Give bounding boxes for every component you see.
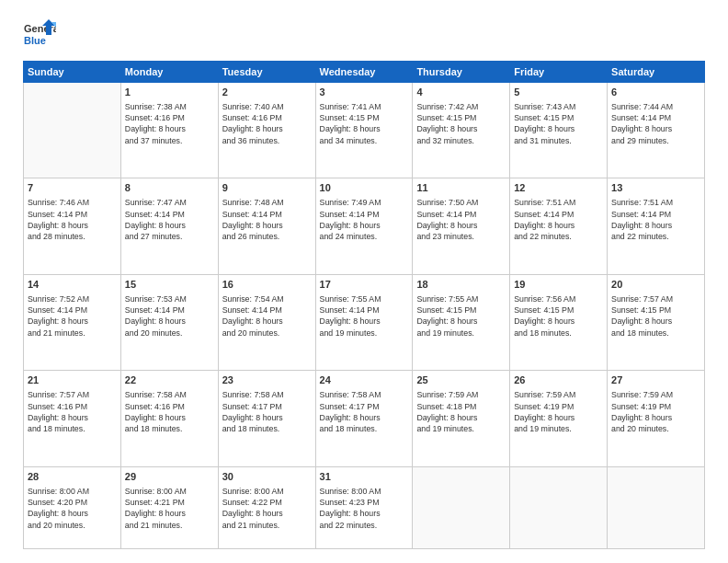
- day-info: Sunrise: 7:38 AM Sunset: 4:16 PM Dayligh…: [125, 101, 214, 146]
- table-row: 8Sunrise: 7:47 AM Sunset: 4:14 PM Daylig…: [120, 178, 218, 274]
- col-monday: Monday: [120, 62, 218, 83]
- day-info: Sunrise: 7:58 AM Sunset: 4:16 PM Dayligh…: [125, 389, 214, 434]
- col-friday: Friday: [510, 62, 608, 83]
- table-row: [608, 466, 705, 548]
- day-number: 9: [222, 181, 312, 195]
- table-row: 13Sunrise: 7:51 AM Sunset: 4:14 PM Dayli…: [608, 178, 705, 274]
- day-number: 2: [222, 86, 312, 99]
- day-number: 11: [416, 181, 506, 195]
- calendar-table: Sunday Monday Tuesday Wednesday Thursday…: [23, 61, 705, 549]
- svg-text:Blue: Blue: [24, 35, 46, 46]
- calendar-header-row: Sunday Monday Tuesday Wednesday Thursday…: [24, 62, 705, 83]
- table-row: 25Sunrise: 7:59 AM Sunset: 4:18 PM Dayli…: [413, 371, 510, 466]
- col-saturday: Saturday: [608, 62, 705, 83]
- day-info: Sunrise: 7:44 AM Sunset: 4:14 PM Dayligh…: [611, 101, 700, 146]
- day-number: 23: [222, 373, 312, 387]
- day-info: Sunrise: 7:43 AM Sunset: 4:15 PM Dayligh…: [514, 101, 603, 146]
- table-row: 23Sunrise: 7:58 AM Sunset: 4:17 PM Dayli…: [218, 371, 315, 466]
- table-row: [510, 466, 608, 548]
- table-row: 22Sunrise: 7:58 AM Sunset: 4:16 PM Dayli…: [120, 371, 218, 466]
- calendar-week-row: 14Sunrise: 7:52 AM Sunset: 4:14 PM Dayli…: [24, 274, 705, 370]
- day-number: 17: [320, 278, 409, 292]
- table-row: 5Sunrise: 7:43 AM Sunset: 4:15 PM Daylig…: [510, 83, 608, 178]
- day-number: 13: [611, 181, 700, 195]
- day-info: Sunrise: 7:55 AM Sunset: 4:14 PM Dayligh…: [320, 293, 409, 339]
- day-info: Sunrise: 7:50 AM Sunset: 4:14 PM Dayligh…: [416, 197, 506, 242]
- day-info: Sunrise: 7:41 AM Sunset: 4:15 PM Dayligh…: [320, 101, 409, 146]
- day-number: 25: [416, 373, 506, 387]
- day-info: Sunrise: 8:00 AM Sunset: 4:21 PM Dayligh…: [125, 486, 214, 531]
- col-sunday: Sunday: [24, 62, 121, 83]
- day-info: Sunrise: 7:58 AM Sunset: 4:17 PM Dayligh…: [320, 389, 409, 434]
- col-tuesday: Tuesday: [218, 62, 315, 83]
- day-info: Sunrise: 7:49 AM Sunset: 4:14 PM Dayligh…: [320, 197, 409, 242]
- day-number: 19: [514, 278, 603, 292]
- day-number: 31: [320, 470, 409, 484]
- day-number: 10: [320, 181, 409, 195]
- col-thursday: Thursday: [413, 62, 510, 83]
- day-number: 30: [222, 470, 312, 484]
- logo: General Blue: [23, 18, 56, 52]
- table-row: 15Sunrise: 7:53 AM Sunset: 4:14 PM Dayli…: [120, 274, 218, 370]
- table-row: 9Sunrise: 7:48 AM Sunset: 4:14 PM Daylig…: [218, 178, 315, 274]
- table-row: 11Sunrise: 7:50 AM Sunset: 4:14 PM Dayli…: [413, 178, 510, 274]
- table-row: 1Sunrise: 7:38 AM Sunset: 4:16 PM Daylig…: [120, 83, 218, 178]
- day-number: 8: [125, 181, 214, 195]
- table-row: 21Sunrise: 7:57 AM Sunset: 4:16 PM Dayli…: [24, 371, 121, 466]
- table-row: 27Sunrise: 7:59 AM Sunset: 4:19 PM Dayli…: [608, 371, 705, 466]
- day-number: 1: [125, 86, 214, 99]
- day-number: 7: [28, 181, 117, 195]
- day-info: Sunrise: 7:55 AM Sunset: 4:15 PM Dayligh…: [416, 293, 506, 339]
- table-row: 10Sunrise: 7:49 AM Sunset: 4:14 PM Dayli…: [315, 178, 413, 274]
- table-row: 30Sunrise: 8:00 AM Sunset: 4:22 PM Dayli…: [218, 466, 315, 548]
- day-info: Sunrise: 8:00 AM Sunset: 4:20 PM Dayligh…: [28, 486, 117, 531]
- day-info: Sunrise: 7:40 AM Sunset: 4:16 PM Dayligh…: [222, 101, 312, 146]
- table-row: 19Sunrise: 7:56 AM Sunset: 4:15 PM Dayli…: [510, 274, 608, 370]
- table-row: 12Sunrise: 7:51 AM Sunset: 4:14 PM Dayli…: [510, 178, 608, 274]
- day-info: Sunrise: 7:46 AM Sunset: 4:14 PM Dayligh…: [28, 197, 117, 242]
- table-row: 28Sunrise: 8:00 AM Sunset: 4:20 PM Dayli…: [24, 466, 121, 548]
- table-row: 4Sunrise: 7:42 AM Sunset: 4:15 PM Daylig…: [413, 83, 510, 178]
- table-row: 18Sunrise: 7:55 AM Sunset: 4:15 PM Dayli…: [413, 274, 510, 370]
- day-info: Sunrise: 7:53 AM Sunset: 4:14 PM Dayligh…: [125, 293, 214, 339]
- day-info: Sunrise: 7:47 AM Sunset: 4:14 PM Dayligh…: [125, 197, 214, 242]
- table-row: 26Sunrise: 7:59 AM Sunset: 4:19 PM Dayli…: [510, 371, 608, 466]
- table-row: 14Sunrise: 7:52 AM Sunset: 4:14 PM Dayli…: [24, 274, 121, 370]
- day-info: Sunrise: 7:59 AM Sunset: 4:18 PM Dayligh…: [416, 389, 506, 434]
- day-number: 22: [125, 373, 214, 387]
- day-info: Sunrise: 7:58 AM Sunset: 4:17 PM Dayligh…: [222, 389, 312, 434]
- day-number: 24: [320, 373, 409, 387]
- day-info: Sunrise: 7:56 AM Sunset: 4:15 PM Dayligh…: [514, 293, 603, 339]
- col-wednesday: Wednesday: [315, 62, 413, 83]
- day-info: Sunrise: 7:52 AM Sunset: 4:14 PM Dayligh…: [28, 293, 117, 339]
- day-number: 21: [28, 373, 117, 387]
- day-number: 18: [416, 278, 506, 292]
- day-info: Sunrise: 7:59 AM Sunset: 4:19 PM Dayligh…: [611, 389, 700, 434]
- table-row: 7Sunrise: 7:46 AM Sunset: 4:14 PM Daylig…: [24, 178, 121, 274]
- calendar-week-row: 28Sunrise: 8:00 AM Sunset: 4:20 PM Dayli…: [24, 466, 705, 548]
- day-info: Sunrise: 7:59 AM Sunset: 4:19 PM Dayligh…: [514, 389, 603, 434]
- table-row: 29Sunrise: 8:00 AM Sunset: 4:21 PM Dayli…: [120, 466, 218, 548]
- day-number: 12: [514, 181, 603, 195]
- day-number: 5: [514, 86, 603, 99]
- calendar-week-row: 7Sunrise: 7:46 AM Sunset: 4:14 PM Daylig…: [24, 178, 705, 274]
- day-number: 6: [611, 86, 700, 99]
- calendar-week-row: 21Sunrise: 7:57 AM Sunset: 4:16 PM Dayli…: [24, 371, 705, 466]
- day-info: Sunrise: 7:54 AM Sunset: 4:14 PM Dayligh…: [222, 293, 312, 339]
- table-row: 2Sunrise: 7:40 AM Sunset: 4:16 PM Daylig…: [218, 83, 315, 178]
- day-number: 26: [514, 373, 603, 387]
- day-info: Sunrise: 8:00 AM Sunset: 4:23 PM Dayligh…: [320, 486, 409, 531]
- day-info: Sunrise: 7:57 AM Sunset: 4:15 PM Dayligh…: [611, 293, 700, 339]
- day-info: Sunrise: 7:51 AM Sunset: 4:14 PM Dayligh…: [611, 197, 700, 242]
- table-row: 20Sunrise: 7:57 AM Sunset: 4:15 PM Dayli…: [608, 274, 705, 370]
- day-number: 16: [222, 278, 312, 292]
- table-row: [413, 466, 510, 548]
- day-info: Sunrise: 7:57 AM Sunset: 4:16 PM Dayligh…: [28, 389, 117, 434]
- header: General Blue: [23, 18, 705, 52]
- day-info: Sunrise: 8:00 AM Sunset: 4:22 PM Dayligh…: [222, 486, 312, 531]
- page: General Blue Sunday Monday Tuesday Wedne…: [0, 0, 728, 563]
- table-row: 17Sunrise: 7:55 AM Sunset: 4:14 PM Dayli…: [315, 274, 413, 370]
- logo-icon: General Blue: [23, 18, 56, 52]
- table-row: 3Sunrise: 7:41 AM Sunset: 4:15 PM Daylig…: [315, 83, 413, 178]
- day-number: 20: [611, 278, 700, 292]
